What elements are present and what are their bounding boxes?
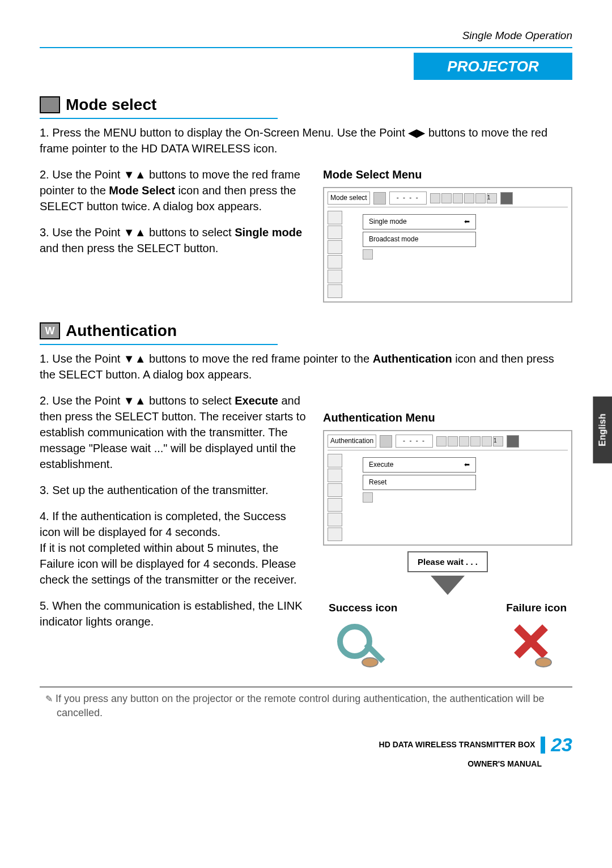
auth-step1: 1. Use the Point ▼▲ buttons to move the … xyxy=(40,351,572,382)
menu-icon xyxy=(373,192,386,205)
option-text: Execute xyxy=(369,460,393,470)
footer: HD DATA WIRELESS TRANSMITTER BOX 23 OWNE… xyxy=(40,731,572,769)
menu-dashes: - - - - xyxy=(389,192,427,205)
side-icon xyxy=(328,469,342,482)
failure-icon xyxy=(508,622,565,670)
footnote: ✎ If you press any button on the project… xyxy=(40,692,572,720)
option-text: Single mode xyxy=(369,217,407,227)
menu-end-icon xyxy=(500,192,513,205)
section-underline xyxy=(40,344,278,345)
menu-label: Authentication xyxy=(328,435,376,448)
side-icon xyxy=(328,498,342,512)
footer-line2: OWNER'S MANUAL xyxy=(468,759,542,768)
bold-text: Execute xyxy=(235,394,278,407)
english-tab: English xyxy=(593,397,612,463)
success-label: Success icon xyxy=(329,601,397,616)
menu-quit-icon xyxy=(363,492,373,503)
menu-side-icons xyxy=(328,211,342,298)
mode-select-icon xyxy=(40,96,60,113)
top-divider xyxy=(40,47,572,48)
small-icon xyxy=(448,436,458,446)
side-icon xyxy=(328,454,342,467)
side-icon xyxy=(328,225,342,239)
side-icon xyxy=(328,527,342,541)
menu-icon-strip: 1 xyxy=(430,193,497,203)
auth-menu-box: Authentication - - - - 1 xyxy=(323,430,572,546)
small-icon xyxy=(464,193,474,203)
text: 3. Use the Point ▼▲ buttons to select xyxy=(40,226,235,239)
projector-banner: PROJECTOR xyxy=(414,53,572,80)
bold-text: Authentication xyxy=(373,352,452,365)
page-number: 23 xyxy=(551,734,572,755)
side-icon xyxy=(328,211,342,224)
authentication-icon: W xyxy=(40,322,60,339)
menu-label: Mode select xyxy=(328,192,370,205)
failure-label: Failure icon xyxy=(506,601,567,616)
small-icon xyxy=(475,193,486,203)
text: 1. Use the Point ▼▲ buttons to move the … xyxy=(40,352,373,365)
small-icon xyxy=(441,193,452,203)
menu-option-reset: Reset xyxy=(363,475,476,490)
menu-option-execute: Execute⬅ xyxy=(363,457,476,473)
small-icon xyxy=(453,193,463,203)
success-svg xyxy=(335,622,392,670)
footer-line1: HD DATA WIRELESS TRANSMITTER BOX xyxy=(379,739,536,748)
arrow-left-icon: ⬅ xyxy=(464,217,470,227)
mode-step2: 2. Use the Point ▼▲ buttons to move the … xyxy=(40,167,307,214)
auth-menu-title: Authentication Menu xyxy=(323,410,572,426)
menu-end-icon xyxy=(507,435,519,448)
failure-col: Failure icon xyxy=(506,601,567,670)
svg-point-0 xyxy=(340,627,369,656)
success-icon xyxy=(335,622,392,670)
small-icon xyxy=(430,193,440,203)
menu-option-single: Single mode⬅ xyxy=(363,214,476,229)
authentication-title: Authentication xyxy=(66,320,177,342)
menu-options: Single mode⬅ Broadcast mode xyxy=(346,211,568,298)
footnote-icon: ✎ xyxy=(45,694,53,704)
menu-body: Single mode⬅ Broadcast mode xyxy=(328,211,568,298)
please-wait-box: Please wait . . . xyxy=(407,551,488,572)
option-text: Reset xyxy=(369,478,386,487)
menu-top-bar: Authentication - - - - 1 xyxy=(328,435,568,450)
footnote-text: If you press any button on the projector… xyxy=(56,693,545,718)
small-icon xyxy=(482,436,492,446)
section-underline xyxy=(40,118,278,119)
arrow-left-icon: ⬅ xyxy=(464,460,470,470)
mode-select-title: Mode select xyxy=(66,93,156,116)
down-arrow-icon xyxy=(431,576,465,595)
menu-icon xyxy=(380,435,392,448)
mode-menu-title: Mode Select Menu xyxy=(323,167,572,182)
small-icon xyxy=(436,436,447,446)
mode-select-header: Mode select xyxy=(40,93,572,116)
side-icon xyxy=(328,284,342,298)
footnote-divider xyxy=(40,687,572,687)
menu-dashes: - - - - xyxy=(396,435,433,448)
menu-quit-icon xyxy=(363,249,373,259)
text: 2. Use the Point ▼▲ buttons to select xyxy=(40,394,235,407)
side-icon xyxy=(328,513,342,526)
result-icons-row: Success icon Failure icon xyxy=(323,601,572,670)
svg-point-1 xyxy=(362,658,378,667)
mode-step3: 3. Use the Point ▼▲ buttons to select Si… xyxy=(40,224,307,256)
auth-step2: 2. Use the Point ▼▲ buttons to select Ex… xyxy=(40,393,307,472)
bold-text: Mode Select xyxy=(109,184,175,197)
mode-menu-box: Mode select - - - - 1 xyxy=(323,187,572,303)
bold-text: Single mode xyxy=(235,226,302,239)
menu-options: Execute⬅ Reset xyxy=(346,454,568,541)
failure-svg xyxy=(508,622,565,670)
menu-option-broadcast: Broadcast mode xyxy=(363,232,476,247)
small-icon: 1 xyxy=(493,436,503,446)
mode-step1: 1. Press the MENU button to display the … xyxy=(40,125,572,156)
side-icon xyxy=(328,270,342,283)
small-icon xyxy=(470,436,481,446)
auth-step4: 4. If the authentication is completed, t… xyxy=(40,508,307,588)
option-text: Broadcast mode xyxy=(369,235,418,244)
footer-marker xyxy=(541,737,545,754)
success-col: Success icon xyxy=(329,601,397,670)
text: and then press the SELECT button. xyxy=(40,242,218,254)
menu-side-icons xyxy=(328,454,342,541)
side-icon xyxy=(328,240,342,254)
small-icon xyxy=(459,436,469,446)
side-icon xyxy=(328,255,342,269)
side-icon xyxy=(328,483,342,497)
